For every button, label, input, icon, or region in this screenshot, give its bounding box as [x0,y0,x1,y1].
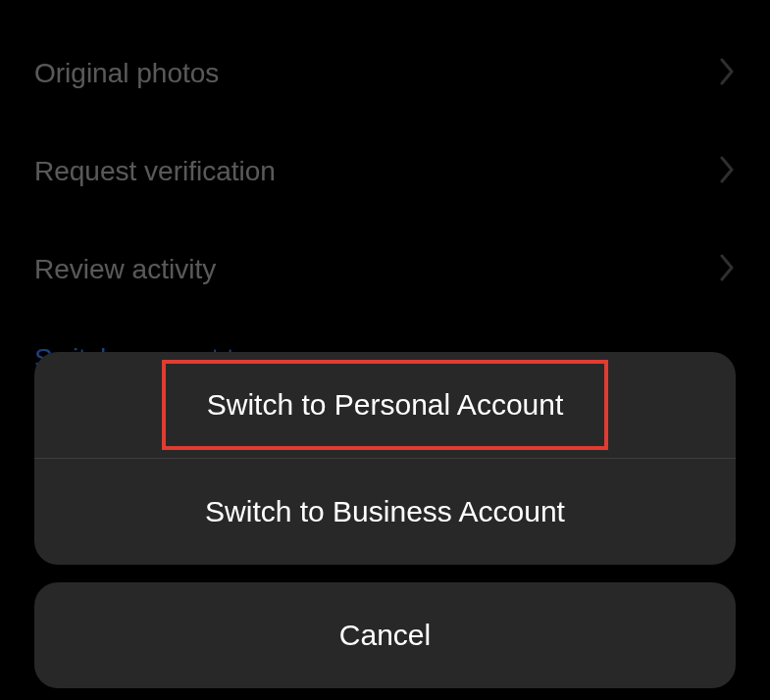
chevron-right-icon [720,254,736,286]
switch-business-button[interactable]: Switch to Business Account [34,459,736,565]
settings-item-original-photos[interactable]: Original photos [34,25,736,123]
action-sheet-options: Switch to Personal Account Switch to Bus… [34,352,736,565]
button-label: Switch to Personal Account [207,388,564,422]
chevron-right-icon [720,156,736,188]
settings-item-review-activity[interactable]: Review activity [34,221,736,319]
settings-item-request-verification[interactable]: Request verification [34,123,736,221]
settings-item-label: Original photos [34,58,219,89]
cancel-button[interactable]: Cancel [34,582,736,688]
button-label: Cancel [339,619,431,652]
switch-personal-button[interactable]: Switch to Personal Account [34,352,736,458]
settings-item-label: Request verification [34,156,276,187]
action-sheet: Switch to Personal Account Switch to Bus… [34,352,736,688]
settings-list: Original photos Request verification Rev… [0,0,770,375]
action-sheet-cancel: Cancel [34,582,736,688]
settings-item-label: Review activity [34,254,216,285]
button-label: Switch to Business Account [205,495,565,528]
chevron-right-icon [720,58,736,90]
